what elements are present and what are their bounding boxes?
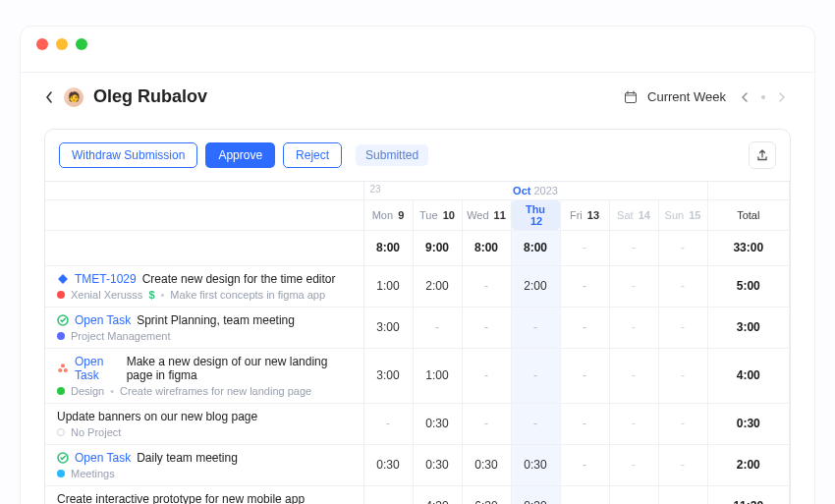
- task-ticket[interactable]: Open Task: [75, 313, 131, 327]
- close-window-icon[interactable]: [36, 38, 48, 50]
- time-cell[interactable]: 0:30: [363, 444, 413, 485]
- time-cell[interactable]: 6:30: [462, 485, 511, 504]
- time-cell[interactable]: 3:00: [363, 348, 413, 403]
- time-cell[interactable]: 0:30: [462, 444, 511, 485]
- task-ticket[interactable]: TMET-1029: [75, 272, 137, 286]
- time-cell[interactable]: 0:30: [413, 444, 462, 485]
- prev-week-day-indicator: 23: [370, 184, 381, 195]
- time-cell[interactable]: -: [560, 348, 609, 403]
- timesheet-rows: TMET-1029Create new design for the time …: [45, 265, 790, 504]
- time-cell[interactable]: -: [609, 348, 658, 403]
- row-total: 4:00: [707, 348, 789, 403]
- export-button[interactable]: [749, 141, 776, 169]
- task-ticket[interactable]: Open Task: [75, 355, 121, 382]
- project-name: Xenial Xerusss: [71, 289, 142, 301]
- user-name: Oleg Rubalov: [93, 86, 207, 107]
- time-cell[interactable]: 0:30: [511, 485, 560, 504]
- table-row[interactable]: TMET-1029Create new design for the time …: [45, 265, 790, 307]
- time-cell[interactable]: -: [658, 265, 707, 307]
- time-cell[interactable]: -: [609, 265, 658, 307]
- approve-button[interactable]: Approve: [205, 142, 275, 168]
- project-name: Project Management: [71, 330, 171, 342]
- task-ticket[interactable]: Open Task: [75, 451, 131, 465]
- circle-check-icon: [57, 314, 69, 326]
- time-cell[interactable]: -: [511, 307, 560, 348]
- time-cell[interactable]: 2:00: [413, 265, 462, 307]
- minimize-window-icon[interactable]: [56, 38, 68, 50]
- table-row[interactable]: Update banners on our new blog pageNo Pr…: [45, 403, 790, 444]
- time-cell[interactable]: -: [609, 444, 658, 485]
- timesheet-toolbar: Withdraw Submission Approve Reject Submi…: [45, 130, 790, 182]
- time-cell[interactable]: -: [658, 403, 707, 444]
- time-cell[interactable]: 2:00: [511, 265, 560, 307]
- time-cell[interactable]: -: [511, 348, 560, 403]
- time-cell[interactable]: 1:00: [413, 348, 462, 403]
- day-total: -: [658, 230, 707, 265]
- time-cell[interactable]: -: [363, 485, 413, 504]
- time-cell[interactable]: -: [462, 307, 511, 348]
- task-cell[interactable]: Open TaskSprint Planning, team meetingPr…: [45, 307, 363, 348]
- time-cell[interactable]: -: [462, 403, 511, 444]
- separator: •: [161, 289, 165, 301]
- next-period-button[interactable]: [773, 88, 791, 106]
- time-cell[interactable]: -: [658, 307, 707, 348]
- table-row[interactable]: Create interactive prototype for new mob…: [45, 485, 790, 504]
- project-name: No Project: [71, 426, 121, 438]
- time-cell[interactable]: 1:00: [363, 265, 413, 307]
- time-cell[interactable]: -: [560, 403, 609, 444]
- asana-icon: [57, 363, 69, 374]
- row-total: 3:00: [707, 307, 789, 348]
- time-cell[interactable]: -: [658, 348, 707, 403]
- task-cell[interactable]: Open TaskDaily team meetingMeetings: [45, 444, 363, 485]
- time-cell[interactable]: -: [560, 485, 609, 504]
- task-cell[interactable]: Update banners on our new blog pageNo Pr…: [45, 403, 363, 444]
- year-label: 2023: [534, 185, 558, 196]
- time-cell[interactable]: 0:30: [413, 403, 462, 444]
- task-cell[interactable]: Open TaskMake a new design of our new la…: [45, 348, 363, 403]
- task-title: Sprint Planning, team meeting: [137, 313, 295, 327]
- table-row[interactable]: Open TaskSprint Planning, team meetingPr…: [45, 307, 790, 348]
- withdraw-button[interactable]: Withdraw Submission: [59, 142, 197, 168]
- time-cell[interactable]: -: [413, 307, 462, 348]
- app-window: 🧑 Oleg Rubalov Current Week Withdraw Sub…: [20, 26, 815, 504]
- reject-button[interactable]: Reject: [283, 142, 342, 168]
- time-cell[interactable]: -: [658, 444, 707, 485]
- total-header: Total: [707, 199, 789, 230]
- time-cell[interactable]: -: [363, 403, 413, 444]
- time-cell[interactable]: -: [462, 348, 511, 403]
- task-cell[interactable]: TMET-1029Create new design for the time …: [45, 265, 363, 307]
- period-label[interactable]: Current Week: [647, 89, 726, 104]
- time-cell[interactable]: -: [609, 485, 658, 504]
- time-cell[interactable]: -: [560, 307, 609, 348]
- row-total: 5:00: [707, 265, 789, 307]
- back-button[interactable]: [44, 90, 54, 104]
- time-cell[interactable]: 3:00: [363, 307, 413, 348]
- maximize-window-icon[interactable]: [76, 38, 87, 50]
- table-row[interactable]: Open TaskMake a new design of our new la…: [45, 348, 790, 403]
- svg-point-6: [61, 364, 65, 367]
- task-title: Create interactive prototype for new mob…: [57, 492, 305, 505]
- month-label: Oct: [513, 185, 530, 196]
- time-cell[interactable]: -: [658, 485, 707, 504]
- time-cell[interactable]: -: [609, 403, 658, 444]
- prev-period-button[interactable]: [736, 88, 753, 106]
- user-avatar[interactable]: 🧑: [64, 87, 84, 107]
- time-cell[interactable]: -: [560, 265, 609, 307]
- page-header: 🧑 Oleg Rubalov Current Week: [21, 73, 814, 123]
- day-header: Wed 11: [462, 199, 511, 230]
- time-cell[interactable]: -: [511, 403, 560, 444]
- day-total: 8:00: [462, 230, 511, 265]
- day-total: 9:00: [413, 230, 462, 265]
- project-color-dot: [57, 470, 65, 477]
- task-title: Daily team meeting: [137, 451, 238, 465]
- time-cell[interactable]: -: [462, 265, 511, 307]
- time-cell[interactable]: -: [560, 444, 609, 485]
- time-cell[interactable]: 0:30: [511, 444, 560, 485]
- table-row[interactable]: Open TaskDaily team meetingMeetings0:300…: [45, 444, 790, 485]
- task-cell[interactable]: Create interactive prototype for new mob…: [45, 485, 363, 504]
- time-cell[interactable]: -: [609, 307, 658, 348]
- circle-check-icon: [57, 452, 69, 464]
- time-cell[interactable]: 4:30: [413, 485, 462, 504]
- period-today-indicator[interactable]: [761, 95, 765, 99]
- day-header: Mon 9: [363, 199, 413, 230]
